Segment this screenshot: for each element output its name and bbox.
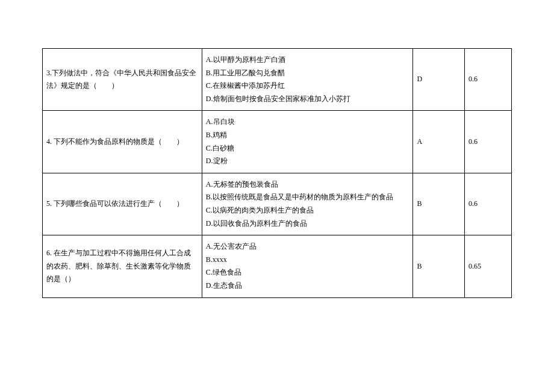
score-cell: 0.65: [465, 235, 512, 297]
question-table: 3.下列做法中，符合《中华人民共和国食品安全法》规定的是（ ） A.以甲醇为原料…: [42, 48, 512, 298]
answer-cell: D: [413, 49, 465, 111]
option-b: B.以按照传统既是食品又是中药材的物质为原料生产的食品: [206, 191, 409, 204]
option-d: D.生态食品: [206, 279, 409, 293]
options-cell: A.无标签的预包装食品 B.以按照传统既是食品又是中药材的物质为原料生产的食品 …: [202, 173, 413, 235]
question-cell: 3.下列做法中，符合《中华人民共和国食品安全法》规定的是（ ）: [43, 49, 202, 111]
table-row: 4. 下列不能作为食品原料的物质是（ ） A.吊白块 B.鸡精 C.白砂糖 D.…: [43, 111, 512, 173]
options-cell: A.吊白块 B.鸡精 C.白砂糖 D.淀粉: [202, 111, 413, 173]
option-b: B.xxxx: [206, 254, 409, 267]
question-cell: 6. 在生产与加工过程中不得施用任何人工合成的农药、肥料、除草剂、生长激素等化学…: [43, 235, 202, 297]
score-cell: 0.6: [465, 111, 512, 173]
table-row: 5. 下列哪些食品可以依法进行生产（ ） A.无标签的预包装食品 B.以按照传统…: [43, 173, 512, 235]
question-cell: 5. 下列哪些食品可以依法进行生产（ ）: [43, 173, 202, 235]
score-cell: 0.6: [465, 173, 512, 235]
score-cell: 0.6: [465, 49, 512, 111]
option-c: C.以病死的肉类为原料生产的食品: [206, 204, 409, 217]
table-row: 3.下列做法中，符合《中华人民共和国食品安全法》规定的是（ ） A.以甲醇为原料…: [43, 49, 512, 111]
option-d: D.淀粉: [206, 155, 409, 168]
option-c: C.绿色食品: [206, 266, 409, 279]
option-b: B.用工业用乙酸勾兑食醋: [206, 67, 409, 80]
answer-cell: B: [413, 235, 465, 297]
table-row: 6. 在生产与加工过程中不得施用任何人工合成的农药、肥料、除草剂、生长激素等化学…: [43, 235, 512, 297]
question-cell: 4. 下列不能作为食品原料的物质是（ ）: [43, 111, 202, 173]
option-d: D.以回收食品为原料生产的食品: [206, 217, 409, 231]
answer-cell: A: [413, 111, 465, 173]
option-a: A.吊白块: [206, 116, 409, 129]
option-b: B.鸡精: [206, 129, 409, 142]
options-cell: A.无公害农产品 B.xxxx C.绿色食品 D.生态食品: [202, 235, 413, 297]
option-a: A.无标签的预包装食品: [206, 178, 409, 191]
option-c: C.在辣椒酱中添加苏丹红: [206, 79, 409, 93]
option-a: A.无公害农产品: [206, 240, 409, 254]
options-cell: A.以甲醇为原料生产白酒 B.用工业用乙酸勾兑食醋 C.在辣椒酱中添加苏丹红 D…: [202, 49, 413, 111]
option-c: C.白砂糖: [206, 142, 409, 155]
option-d: D.焙制面包时按食品安全国家标准加入小苏打: [206, 93, 409, 106]
answer-cell: B: [413, 173, 465, 235]
option-a: A.以甲醇为原料生产白酒: [206, 54, 409, 67]
